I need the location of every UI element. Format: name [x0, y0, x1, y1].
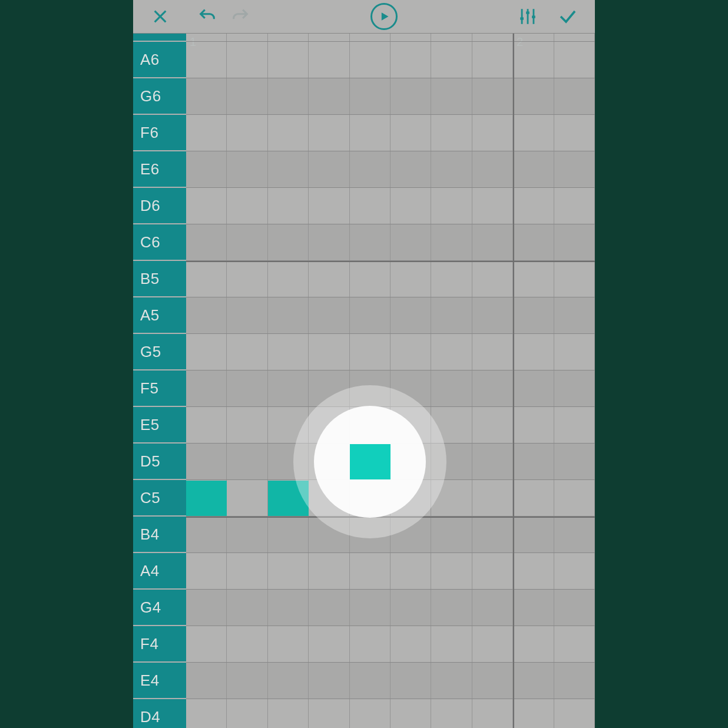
grid-cell[interactable]: [227, 151, 267, 187]
piano-key[interactable]: A6: [133, 42, 186, 78]
grid-cell[interactable]: [513, 444, 554, 479]
grid-cell[interactable]: [227, 188, 267, 224]
grid-cell[interactable]: [554, 553, 595, 589]
grid-cell[interactable]: [472, 517, 513, 552]
grid-cell[interactable]: [554, 188, 595, 224]
grid-cell[interactable]: [472, 188, 513, 224]
grid-row[interactable]: [186, 78, 595, 115]
redo-button[interactable]: [224, 0, 257, 33]
grid-cell[interactable]: [227, 699, 267, 728]
grid-cell[interactable]: [554, 517, 595, 552]
grid-cell[interactable]: [391, 297, 431, 333]
grid-cell[interactable]: [391, 42, 431, 78]
grid-cell[interactable]: [391, 626, 431, 662]
grid-cell[interactable]: [309, 626, 349, 662]
grid-row[interactable]: [186, 42, 595, 78]
grid-cell[interactable]: [309, 34, 349, 41]
grid-cell[interactable]: [227, 224, 267, 260]
undo-button[interactable]: [191, 0, 224, 33]
grid-cell[interactable]: [554, 224, 595, 260]
grid-cell[interactable]: [227, 42, 267, 78]
grid-cell[interactable]: [513, 370, 554, 406]
grid-cell[interactable]: [186, 334, 227, 370]
grid-cell[interactable]: [554, 78, 595, 114]
grid-cell[interactable]: [431, 370, 472, 406]
piano-key[interactable]: G4: [133, 590, 186, 626]
grid-cell[interactable]: [431, 699, 472, 728]
grid-cell[interactable]: [472, 115, 513, 151]
grid-cell[interactable]: [554, 480, 595, 516]
grid-cell[interactable]: [554, 115, 595, 151]
grid-cell[interactable]: [350, 224, 391, 260]
grid-cell[interactable]: [391, 590, 431, 626]
grid-cell[interactable]: [513, 224, 554, 260]
grid-cell[interactable]: [268, 626, 309, 662]
grid-cell[interactable]: [268, 34, 309, 41]
grid-cell[interactable]: [431, 188, 472, 224]
piano-key[interactable]: A4: [133, 553, 186, 590]
note-grid[interactable]: [186, 34, 595, 728]
grid-cell[interactable]: [431, 115, 472, 151]
grid-cell[interactable]: [472, 34, 513, 41]
piano-key[interactable]: F5: [133, 370, 186, 407]
grid-cell[interactable]: [431, 590, 472, 626]
grid-cell[interactable]: [268, 261, 309, 297]
grid-cell[interactable]: [472, 699, 513, 728]
grid-cell[interactable]: [472, 261, 513, 297]
piano-key[interactable]: G5: [133, 334, 186, 370]
grid-cell[interactable]: [350, 34, 391, 41]
grid-cell[interactable]: [186, 115, 227, 151]
grid-cell[interactable]: [431, 34, 472, 41]
piano-key[interactable]: F4: [133, 626, 186, 663]
grid-cell[interactable]: [554, 626, 595, 662]
grid-cell[interactable]: [431, 663, 472, 699]
grid-cell[interactable]: [309, 334, 349, 370]
grid-cell[interactable]: [513, 517, 554, 552]
grid-cell[interactable]: [391, 151, 431, 187]
grid-cell[interactable]: [513, 42, 554, 78]
grid-cell[interactable]: [391, 663, 431, 699]
grid-cell[interactable]: [268, 370, 309, 406]
grid-cell[interactable]: [554, 699, 595, 728]
close-button[interactable]: [144, 0, 177, 33]
grid-cell[interactable]: [472, 78, 513, 114]
grid-row[interactable]: [186, 334, 595, 370]
grid-cell[interactable]: [391, 34, 431, 41]
grid-cell[interactable]: [554, 663, 595, 699]
grid-cell[interactable]: [350, 151, 391, 187]
grid-cell[interactable]: [227, 34, 267, 41]
piano-key[interactable]: D4: [133, 699, 186, 728]
grid-cell[interactable]: [350, 553, 391, 589]
grid-cell[interactable]: [186, 78, 227, 114]
grid-cell[interactable]: [513, 699, 554, 728]
grid-cell[interactable]: [350, 663, 391, 699]
grid-cell[interactable]: [472, 297, 513, 333]
grid-cell[interactable]: [268, 151, 309, 187]
grid-cell[interactable]: [186, 370, 227, 406]
piano-key[interactable]: D6: [133, 188, 186, 224]
piano-key[interactable]: F6: [133, 115, 186, 151]
grid-cell[interactable]: [186, 699, 227, 728]
piano-key[interactable]: E4: [133, 663, 186, 699]
grid-cell[interactable]: [391, 115, 431, 151]
piano-key[interactable]: E6: [133, 151, 186, 188]
grid-row[interactable]: [186, 188, 595, 224]
grid-row[interactable]: [186, 663, 595, 699]
grid-cell[interactable]: [309, 590, 349, 626]
grid-cell[interactable]: [227, 115, 267, 151]
grid-cell[interactable]: [513, 34, 554, 41]
grid-cell[interactable]: [472, 224, 513, 260]
grid-cell[interactable]: [431, 224, 472, 260]
grid-cell[interactable]: [309, 553, 349, 589]
grid-row[interactable]: [186, 115, 595, 151]
grid-cell[interactable]: [472, 553, 513, 589]
grid-cell[interactable]: [391, 334, 431, 370]
grid-cell[interactable]: [186, 34, 227, 41]
grid-cell[interactable]: [472, 42, 513, 78]
grid-cell[interactable]: [227, 590, 267, 626]
grid-cell[interactable]: [268, 188, 309, 224]
note-block[interactable]: [186, 481, 227, 516]
grid-cell[interactable]: [431, 297, 472, 333]
grid-cell[interactable]: [513, 188, 554, 224]
grid-cell[interactable]: [309, 224, 349, 260]
